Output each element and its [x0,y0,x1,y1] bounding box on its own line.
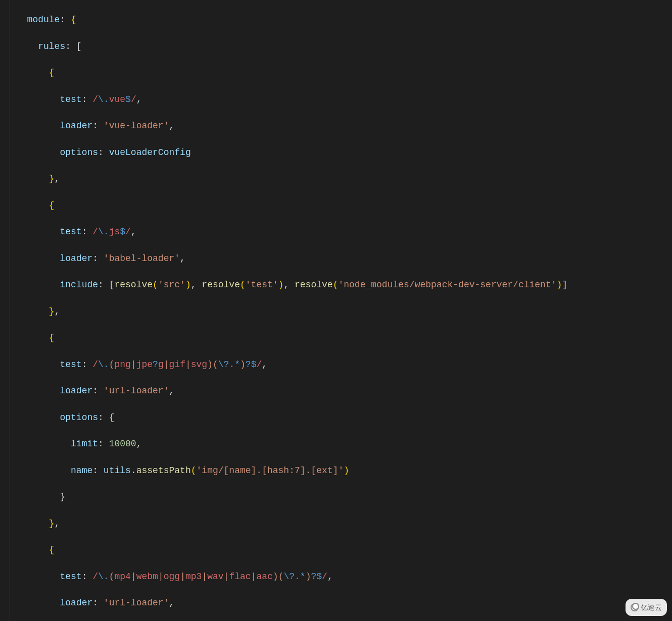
property-key: loader [60,384,92,397]
property-key: loader [60,119,92,132]
code-line[interactable]: include: [resolve('src'), resolve('test'… [16,278,672,291]
line-gutter [0,0,10,621]
code-line[interactable]: test: /\.vue$/, [16,93,672,106]
code-line[interactable]: loader: 'babel-loader', [16,252,672,265]
code-line[interactable]: test: /\.(mp4|webm|ogg|mp3|wav|flac|aac)… [16,570,672,583]
fold-gutter [10,0,16,621]
property-key: test [60,358,81,371]
property-key: include [60,278,98,291]
code-line[interactable]: test: /\.js$/, [16,225,672,238]
property-key: loader [60,596,92,609]
code-line[interactable]: { [16,199,672,212]
code-line[interactable]: loader: 'url-loader', [16,384,672,397]
code-line[interactable]: rules: [ [16,40,672,53]
property-key: rules [38,40,65,53]
code-line[interactable]: }, [16,305,672,318]
code-line[interactable]: name: utils.assetsPath('img/[name].[hash… [16,464,672,477]
code-line[interactable]: test: /\.(png|jpe?g|gif|svg)(\?.*)?$/, [16,358,672,371]
property-key: loader [60,252,92,265]
code-line[interactable]: module: { [16,13,672,26]
code-content[interactable]: module: { rules: [ { test: /\.vue$/, loa… [16,0,672,621]
watermark-text: 亿速云 [641,601,662,614]
code-line[interactable]: } [16,490,672,503]
code-line[interactable]: loader: 'url-loader', [16,596,672,609]
property-key: test [60,225,81,238]
property-key: limit [71,437,98,450]
property-key: test [60,93,81,106]
code-line[interactable]: }, [16,517,672,530]
code-line[interactable]: loader: 'vue-loader', [16,119,672,132]
code-line[interactable]: limit: 10000, [16,437,672,450]
code-line[interactable]: { [16,66,672,79]
property-key: name [71,464,92,477]
watermark: 亿速云 [626,599,667,616]
code-line[interactable]: { [16,331,672,344]
code-line[interactable]: options: { [16,411,672,424]
code-line[interactable]: { [16,543,672,556]
code-editor[interactable]: module: { rules: [ { test: /\.vue$/, loa… [0,0,672,621]
watermark-icon [631,603,639,611]
property-key: module [27,13,60,26]
property-key: options [60,146,98,159]
code-line[interactable]: }, [16,172,672,185]
property-key: options [60,411,98,424]
code-line[interactable]: options: vueLoaderConfig [16,146,672,159]
property-key: test [60,570,81,583]
